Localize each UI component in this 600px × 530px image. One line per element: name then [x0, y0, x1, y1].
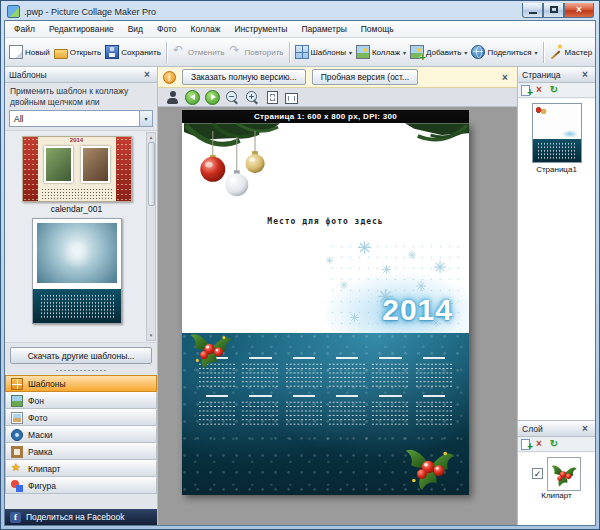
- scroll-down-icon[interactable]: [150, 331, 153, 340]
- layers-panel-title: Слой: [522, 424, 543, 434]
- dropdown-arrow-icon[interactable]: [403, 49, 406, 56]
- toolbar-button-wizard[interactable]: Мастер: [547, 43, 595, 61]
- toolbar-button-add[interactable]: Добавить: [408, 43, 469, 61]
- toolbar-separator: [289, 42, 290, 63]
- snowflake-icon: [382, 265, 391, 274]
- sidebar-section-masks[interactable]: Маски: [5, 426, 157, 443]
- sidebar-section-clipart[interactable]: Клипарт: [5, 460, 157, 477]
- menu-item-photo[interactable]: Фото: [150, 22, 184, 36]
- toolbar-button-collage[interactable]: Коллаж: [354, 43, 408, 61]
- delete-page-icon[interactable]: [533, 84, 545, 96]
- maximize-button[interactable]: [543, 3, 564, 18]
- page-thumbnail[interactable]: [532, 103, 582, 163]
- dropdown-arrow-icon[interactable]: [349, 49, 352, 56]
- holly-decoration[interactable]: [188, 327, 234, 371]
- menu-item-help[interactable]: Помощь: [354, 22, 401, 36]
- toolbar-button-help[interactable]: Справка: [594, 43, 595, 61]
- refresh-layers-icon[interactable]: [548, 438, 560, 450]
- delete-layer-icon[interactable]: [533, 438, 545, 450]
- toolbar-button-templates[interactable]: Шаблоны: [293, 43, 354, 61]
- canvas-area[interactable]: Страница 1: 600 x 800 px, DPI: 300: [158, 107, 517, 525]
- close-notification-icon[interactable]: [498, 72, 512, 83]
- calendar-month: [240, 393, 280, 427]
- template-calendar-grid: [33, 289, 121, 323]
- close-button[interactable]: [564, 3, 594, 18]
- toolbar-button-save[interactable]: Сохранить: [103, 43, 163, 61]
- minimize-button[interactable]: [522, 3, 543, 18]
- collage-page[interactable]: Место для фото здесь 2014: [182, 123, 469, 495]
- refresh-pages-icon[interactable]: [548, 84, 560, 96]
- layer-visibility-checkbox[interactable]: [532, 468, 543, 479]
- fit-page-icon[interactable]: [267, 91, 278, 104]
- trial-version-button[interactable]: Пробная версия (ост...: [312, 69, 419, 85]
- template-list-scrollbar[interactable]: [146, 132, 156, 341]
- main-toolbar: НовыйОткрытьСохранитьОтменитьПовторитьШа…: [5, 38, 595, 67]
- calendar-dark-section: [182, 333, 469, 495]
- menu-item-file[interactable]: Файл: [7, 22, 42, 36]
- snowflake-icon: [416, 281, 426, 291]
- scroll-up-icon[interactable]: [150, 133, 153, 142]
- download-templates-button[interactable]: Скачать другие шаблоны...: [10, 347, 152, 364]
- sidebar-section-frame[interactable]: Рамка: [5, 443, 157, 460]
- collage-icon: [356, 45, 370, 59]
- toolbar-button-redo[interactable]: Повторить: [226, 43, 285, 61]
- toolbar-button-new-page[interactable]: Новый: [7, 43, 52, 61]
- navigate-forward-icon[interactable]: [205, 90, 220, 105]
- year-text[interactable]: 2014: [382, 293, 453, 327]
- fit-width-icon[interactable]: [285, 93, 298, 104]
- sidebar-section-shape[interactable]: Фигура: [5, 477, 157, 494]
- dropdown-arrow-icon[interactable]: [464, 49, 467, 56]
- window-title: .pwp - Picture Collage Maker Pro: [24, 7, 518, 17]
- dropdown-arrow-icon[interactable]: [535, 49, 538, 56]
- zoom-out-icon[interactable]: [225, 90, 240, 105]
- toolbar-button-open[interactable]: Открыть: [52, 44, 103, 61]
- photo-placeholder-text[interactable]: Место для фото здесь: [182, 217, 469, 226]
- add-layer-icon[interactable]: [521, 439, 530, 450]
- menu-item-tools[interactable]: Инструменты: [227, 22, 294, 36]
- layer-item[interactable]: Клипарт: [532, 457, 581, 500]
- menu-item-view[interactable]: Вид: [121, 22, 150, 36]
- pages-panel-title: Страница: [522, 70, 561, 80]
- user-icon[interactable]: [165, 90, 180, 105]
- sidebar-section-photo[interactable]: Фото: [5, 409, 157, 426]
- sidebar-section-templates[interactable]: Шаблоны: [5, 375, 157, 392]
- snowflake-icon: [434, 261, 446, 273]
- template-list: 2014 calendar_001: [5, 130, 157, 343]
- zoom-in-icon[interactable]: [245, 90, 260, 105]
- template-calendar-grid: [41, 188, 113, 199]
- buy-full-version-button[interactable]: Заказать полную версию...: [182, 69, 306, 85]
- clipart-section-icon: [11, 463, 23, 475]
- toolbar-button-share[interactable]: Поделиться: [469, 43, 539, 61]
- facebook-share-bar[interactable]: f Поделиться на Facebook: [5, 509, 157, 525]
- open-folder-icon: [54, 49, 68, 59]
- actual-size-icon[interactable]: [303, 90, 318, 105]
- template-thumbnail-calendar-001[interactable]: 2014: [22, 136, 132, 202]
- scrollbar-thumb[interactable]: [148, 142, 155, 206]
- panel-splitter[interactable]: [5, 366, 157, 375]
- menu-item-options[interactable]: Параметры: [294, 22, 353, 36]
- masks-section-icon: [11, 429, 23, 441]
- sidebar-section-background[interactable]: Фон: [5, 392, 157, 409]
- client-area: ФайлРедактированиеВидФотоКоллажИнструмен…: [4, 20, 596, 526]
- template-photo-slot: [81, 146, 110, 183]
- calendar-month: [197, 393, 237, 427]
- close-panel-icon[interactable]: [579, 423, 591, 434]
- toolbar-button-undo[interactable]: Отменить: [170, 43, 227, 61]
- templates-icon: [295, 45, 309, 59]
- christmas-ornaments-decoration[interactable]: [184, 123, 280, 208]
- layer-thumbnail[interactable]: [547, 457, 581, 491]
- menu-item-collage[interactable]: Коллаж: [184, 22, 228, 36]
- snowflake-icon: [350, 313, 359, 322]
- holly-decoration[interactable]: [403, 441, 457, 493]
- template-year-label: 2014: [23, 137, 131, 143]
- close-panel-icon[interactable]: [579, 69, 591, 80]
- close-panel-icon[interactable]: [141, 69, 153, 80]
- template-category-select[interactable]: All: [9, 110, 153, 127]
- template-decor: [116, 137, 131, 201]
- menu-item-edit[interactable]: Редактирование: [42, 22, 121, 36]
- add-page-icon[interactable]: [521, 85, 530, 96]
- navigate-back-icon[interactable]: [185, 90, 200, 105]
- maximize-icon: [550, 6, 558, 13]
- chevron-down-icon[interactable]: [139, 111, 152, 126]
- template-thumbnail-2[interactable]: [32, 218, 122, 324]
